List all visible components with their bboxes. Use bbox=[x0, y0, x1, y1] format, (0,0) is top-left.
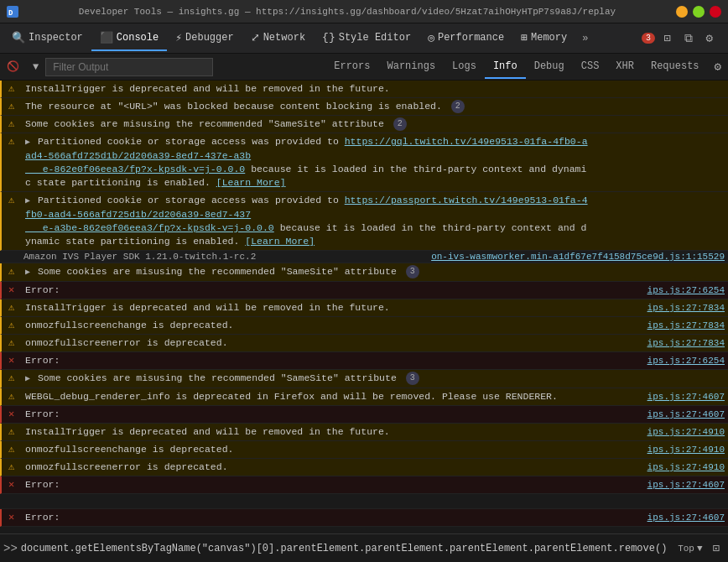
pop-out-icon[interactable]: ⊡ bbox=[708, 538, 725, 559]
warning-icon: ⚠ bbox=[8, 443, 22, 456]
count-badge: 3 bbox=[406, 372, 419, 385]
url-source[interactable]: on-ivs-wasmworker.min-a1df67e7f4158d75ce… bbox=[431, 252, 725, 262]
warning-icon: ⚠ bbox=[8, 372, 22, 385]
performance-icon: ◎ bbox=[428, 31, 434, 44]
log-message: ▶ Some cookies are misusing the recommen… bbox=[25, 372, 590, 386]
log-row: ⚠ Some cookies are misusing the recommen… bbox=[0, 116, 728, 133]
log-source[interactable]: ips.js:27:7834 bbox=[590, 319, 725, 332]
responsive-mode-icon[interactable]: ⊡ bbox=[658, 28, 675, 49]
log-source[interactable]: ips.js:27:4910 bbox=[590, 461, 725, 474]
titlebar: D Developer Tools — insights.gg — https:… bbox=[0, 0, 728, 23]
log-message: The resource at "<URL>" was blocked beca… bbox=[25, 100, 590, 113]
error-icon: ✕ bbox=[8, 354, 22, 367]
log-row: ✕ Error: ips.js:27:6254 bbox=[0, 352, 728, 370]
log-message: ▶ Partitioned cookie or storage access w… bbox=[25, 135, 590, 190]
tool-memory[interactable]: ⊞ Memory bbox=[512, 26, 575, 51]
tab-xhr[interactable]: XHR bbox=[607, 55, 642, 79]
warning-icon: ⚠ bbox=[8, 301, 22, 315]
close-button[interactable] bbox=[710, 6, 721, 18]
expand-icon[interactable]: ▶ bbox=[25, 138, 30, 147]
log-message: onmozfullscreenchange is deprecated. bbox=[25, 319, 590, 332]
log-message: Error: bbox=[25, 284, 590, 297]
log-row: ⚠ InstallTrigger is deprecated and will … bbox=[0, 424, 728, 441]
log-message: Some cookies are misusing the recommende… bbox=[25, 117, 590, 131]
log-row: ⚠ ▶ Partitioned cookie or storage access… bbox=[0, 192, 728, 251]
maximize-button[interactable] bbox=[693, 6, 705, 18]
log-source[interactable]: ips.js:27:4607 bbox=[590, 478, 725, 492]
log-message: InstallTrigger is deprecated and will be… bbox=[25, 301, 590, 315]
log-row: ⚠ onmozfullscreenchange is deprecated. i… bbox=[0, 317, 728, 335]
toolbar-right: 3 ⊡ ⧉ ⚙ bbox=[638, 28, 725, 49]
console-input[interactable] bbox=[21, 543, 673, 554]
warning-icon: ⚠ bbox=[8, 265, 22, 278]
count-badge: 2 bbox=[393, 117, 407, 131]
tool-console[interactable]: ⬛ Console bbox=[91, 26, 167, 51]
tab-warnings[interactable]: Warnings bbox=[378, 55, 444, 79]
count-badge: 3 bbox=[406, 265, 419, 278]
log-source[interactable]: ips.js:27:7834 bbox=[590, 336, 725, 350]
log-message: WEBGL_debug_renderer_info is deprecated … bbox=[25, 390, 590, 403]
log-row: ✕ Error: ips.js:27:4607 bbox=[0, 406, 728, 424]
memory-icon: ⊞ bbox=[521, 31, 528, 44]
count-badge: 2 bbox=[451, 100, 465, 113]
settings-icon[interactable]: ⚙ bbox=[701, 28, 718, 49]
tool-inspector[interactable]: 🔍 Inspector bbox=[3, 26, 91, 51]
log-source[interactable]: ips.js:27:4607 bbox=[590, 408, 725, 421]
tool-style-editor[interactable]: {} Style Editor bbox=[314, 26, 419, 50]
expand-icon[interactable]: ▶ bbox=[25, 196, 30, 206]
toolbar: 🔍 Inspector ⬛ Console ⚡ Debugger ⤢ Netwo… bbox=[0, 23, 728, 54]
network-icon: ⤢ bbox=[251, 31, 260, 44]
expand-icon[interactable]: ▶ bbox=[25, 268, 30, 277]
console-output: ⚠ InstallTrigger is deprecated and will … bbox=[0, 81, 728, 533]
log-row: ⚠ ▶ Partitioned cookie or storage access… bbox=[0, 133, 728, 192]
warning-icon: ⚠ bbox=[8, 100, 22, 113]
tab-info[interactable]: Info bbox=[485, 55, 526, 79]
error-badge: 3 bbox=[642, 33, 655, 44]
warning-icon: ⚠ bbox=[8, 319, 22, 332]
tab-requests[interactable]: Requests bbox=[642, 55, 708, 79]
log-link[interactable]: https://passport.twitch.tv/149e9513-01fa… bbox=[25, 195, 588, 233]
log-row: ⚠ InstallTrigger is deprecated and will … bbox=[0, 81, 728, 98]
warning-icon: ⚠ bbox=[8, 117, 22, 131]
log-message: Error: bbox=[25, 354, 590, 367]
error-icon: ✕ bbox=[8, 511, 22, 524]
minimize-button[interactable] bbox=[676, 6, 688, 18]
expand-icon[interactable]: ▶ bbox=[25, 374, 30, 383]
filter-icon[interactable]: ▼ bbox=[26, 56, 45, 78]
tab-css[interactable]: CSS bbox=[573, 55, 608, 79]
app-icon: D bbox=[7, 6, 18, 18]
warning-icon: ⚠ bbox=[8, 82, 22, 96]
learn-more-link[interactable]: [Learn More] bbox=[245, 236, 315, 247]
tab-logs[interactable]: Logs bbox=[444, 55, 485, 79]
tool-debugger[interactable]: ⚡ Debugger bbox=[167, 26, 242, 51]
log-source[interactable]: ips.js:27:4607 bbox=[590, 511, 725, 524]
tab-errors[interactable]: Errors bbox=[325, 55, 378, 79]
log-source[interactable]: ips.js:27:4910 bbox=[590, 425, 725, 439]
split-view-icon[interactable]: ⧉ bbox=[679, 29, 698, 49]
tab-debug[interactable]: Debug bbox=[526, 55, 573, 79]
log-row: ⚠ InstallTrigger is deprecated and will … bbox=[0, 299, 728, 317]
error-icon: ✕ bbox=[8, 408, 22, 421]
filter-input[interactable] bbox=[45, 58, 213, 76]
console-settings-icon[interactable]: ⚙ bbox=[708, 55, 728, 79]
log-source[interactable]: ips.js:27:4910 bbox=[590, 443, 725, 456]
log-source[interactable]: ips.js:27:4607 bbox=[590, 390, 725, 403]
console-icon: ⬛ bbox=[100, 31, 113, 44]
log-message: ▶ Partitioned cookie or storage access w… bbox=[25, 194, 590, 248]
log-source[interactable]: ips.js:27:6254 bbox=[590, 354, 725, 367]
input-bar: >> Top ▼ ⊡ bbox=[0, 533, 728, 562]
log-row-spacer bbox=[0, 494, 728, 509]
log-source[interactable]: ips.js:27:6254 bbox=[590, 284, 725, 297]
learn-more-link[interactable]: [Learn More] bbox=[216, 177, 286, 188]
more-tools-button[interactable]: » bbox=[575, 28, 595, 49]
log-row: ✕ Error: ips.js:27:4607 bbox=[0, 476, 728, 494]
log-link[interactable]: https://gql.twitch.tv/149e9513-01fa-4fb0… bbox=[25, 136, 588, 174]
log-source[interactable]: ips.js:27:7834 bbox=[590, 301, 725, 315]
error-icon: ✕ bbox=[8, 478, 22, 492]
warning-icon: ⚠ bbox=[8, 390, 22, 403]
clear-console-icon[interactable]: 🚫 bbox=[0, 55, 26, 78]
top-button[interactable]: Top ▼ bbox=[673, 542, 707, 555]
tool-performance[interactable]: ◎ Performance bbox=[419, 26, 512, 51]
tool-network[interactable]: ⤢ Network bbox=[242, 26, 314, 51]
debugger-icon: ⚡ bbox=[175, 31, 182, 44]
